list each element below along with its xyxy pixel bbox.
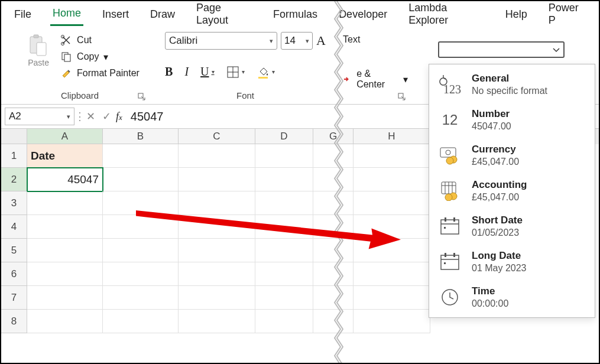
cell-G7[interactable]: [313, 286, 353, 310]
cell-C2[interactable]: [179, 168, 255, 191]
cell-H3[interactable]: [353, 191, 430, 215]
row-header-1[interactable]: 1: [1, 144, 27, 168]
cell-B3[interactable]: [103, 191, 179, 215]
cell-H4[interactable]: [353, 215, 430, 239]
tab-draw[interactable]: Draw: [148, 4, 177, 25]
cell-H5[interactable]: [353, 239, 430, 262]
cell-A6[interactable]: [27, 262, 103, 286]
tab-lambda-explorer[interactable]: Lambda Explorer: [406, 0, 487, 31]
italic-button[interactable]: I: [184, 65, 189, 79]
cell-D3[interactable]: [255, 191, 313, 215]
cell-A3[interactable]: [27, 191, 103, 215]
cell-H1[interactable]: [353, 144, 430, 168]
cell-G1[interactable]: [313, 144, 353, 168]
cell-H2[interactable]: [353, 168, 430, 191]
cell-G3[interactable]: [313, 191, 353, 215]
cell-G5[interactable]: [313, 239, 353, 262]
column-header-D[interactable]: D: [255, 129, 313, 144]
cell-C3[interactable]: [179, 191, 255, 215]
cell-A7[interactable]: [27, 286, 103, 310]
cell-C8[interactable]: [179, 310, 255, 333]
column-header-G[interactable]: G: [313, 129, 353, 144]
cell-G4[interactable]: [313, 215, 353, 239]
cell-C4[interactable]: [179, 215, 255, 239]
cell-G2[interactable]: [313, 168, 353, 191]
row-header-3[interactable]: 3: [1, 191, 27, 215]
tab-help[interactable]: Help: [503, 4, 530, 25]
font-name-select[interactable]: Calibri ▾: [165, 32, 277, 50]
cell-D6[interactable]: [255, 262, 313, 286]
cell-C6[interactable]: [179, 262, 255, 286]
format-painter-button[interactable]: Format Painter: [60, 67, 140, 79]
cell-B6[interactable]: [103, 262, 179, 286]
tab-file[interactable]: File: [12, 4, 34, 25]
column-header-H[interactable]: H: [353, 129, 430, 144]
cell-D4[interactable]: [255, 215, 313, 239]
format-long-date[interactable]: Long Date 01 May 2023: [429, 244, 595, 280]
format-short-date[interactable]: Short Date 01/05/2023: [429, 209, 595, 244]
borders-button[interactable]: ▾: [226, 66, 245, 79]
wrap-text-button[interactable]: Text: [343, 34, 360, 45]
paste-button[interactable]: Paste: [20, 32, 57, 70]
select-all-triangle[interactable]: [1, 129, 27, 144]
cell-H6[interactable]: [353, 262, 430, 286]
bold-button[interactable]: B: [165, 65, 173, 79]
cell-B7[interactable]: [103, 286, 179, 310]
underline-button[interactable]: U▾: [200, 65, 214, 79]
cell-D5[interactable]: [255, 239, 313, 262]
cell-A4[interactable]: [27, 215, 103, 239]
format-accounting[interactable]: Accounting £45,047.00: [429, 173, 595, 209]
cell-B2[interactable]: [103, 168, 179, 191]
cell-G6[interactable]: [313, 262, 353, 286]
cell-B1[interactable]: [103, 144, 179, 168]
cell-B8[interactable]: [103, 310, 179, 333]
column-header-A[interactable]: A: [27, 129, 103, 144]
cell-D2[interactable]: [255, 168, 313, 191]
cell-A8[interactable]: [27, 310, 103, 333]
cell-D1[interactable]: [255, 144, 313, 168]
cell-G8[interactable]: [313, 310, 353, 333]
column-header-C[interactable]: C: [179, 129, 255, 144]
format-currency[interactable]: Currency £45,047.00: [429, 138, 595, 173]
cell-B5[interactable]: [103, 239, 179, 262]
fill-color-button[interactable]: ▾: [257, 66, 275, 79]
format-general[interactable]: 123 General No specific format: [429, 67, 595, 102]
row-header-5[interactable]: 5: [1, 239, 27, 262]
number-format-select[interactable]: [438, 41, 565, 58]
cell-C1[interactable]: [179, 144, 255, 168]
name-box[interactable]: A2 ▾: [5, 108, 74, 125]
copy-button[interactable]: Copy ▾: [60, 51, 140, 63]
alignment-dialog-launcher[interactable]: [397, 92, 407, 102]
cell-D7[interactable]: [255, 286, 313, 310]
clipboard-dialog-launcher[interactable]: [137, 92, 147, 102]
fx-icon[interactable]: fx: [116, 110, 122, 123]
merge-center-button[interactable]: e & Center ▾: [343, 69, 408, 90]
cell-C7[interactable]: [179, 286, 255, 310]
cell-H7[interactable]: [353, 286, 430, 310]
tab-developer[interactable]: Developer: [336, 4, 390, 25]
cell-A2[interactable]: 45047: [27, 168, 103, 191]
row-header-7[interactable]: 7: [1, 286, 27, 310]
cell-C5[interactable]: [179, 239, 255, 262]
tab-page-layout[interactable]: Page Layout: [194, 0, 254, 31]
cell-B4[interactable]: [103, 215, 179, 239]
enter-formula-button[interactable]: ✓: [99, 110, 115, 123]
cell-A1[interactable]: Date: [27, 144, 103, 168]
font-size-select[interactable]: 14 ▾: [281, 32, 313, 50]
tab-home[interactable]: Home: [50, 2, 83, 26]
row-header-4[interactable]: 4: [1, 215, 27, 239]
format-time[interactable]: Time 00:00:00: [429, 280, 595, 315]
cell-D8[interactable]: [255, 310, 313, 333]
row-header-6[interactable]: 6: [1, 262, 27, 286]
increase-font-icon[interactable]: A: [316, 33, 326, 48]
tab-power[interactable]: Power P: [546, 0, 588, 31]
row-header-8[interactable]: 8: [1, 310, 27, 333]
column-header-B[interactable]: B: [103, 129, 179, 144]
cancel-formula-button[interactable]: ✕: [83, 110, 99, 123]
tab-insert[interactable]: Insert: [100, 4, 131, 25]
format-number[interactable]: 12 Number 45047.00: [429, 102, 595, 138]
row-header-2[interactable]: 2: [1, 168, 27, 191]
cut-button[interactable]: Cut: [60, 34, 140, 46]
cell-A5[interactable]: [27, 239, 103, 262]
tab-formulas[interactable]: Formulas: [271, 4, 320, 25]
